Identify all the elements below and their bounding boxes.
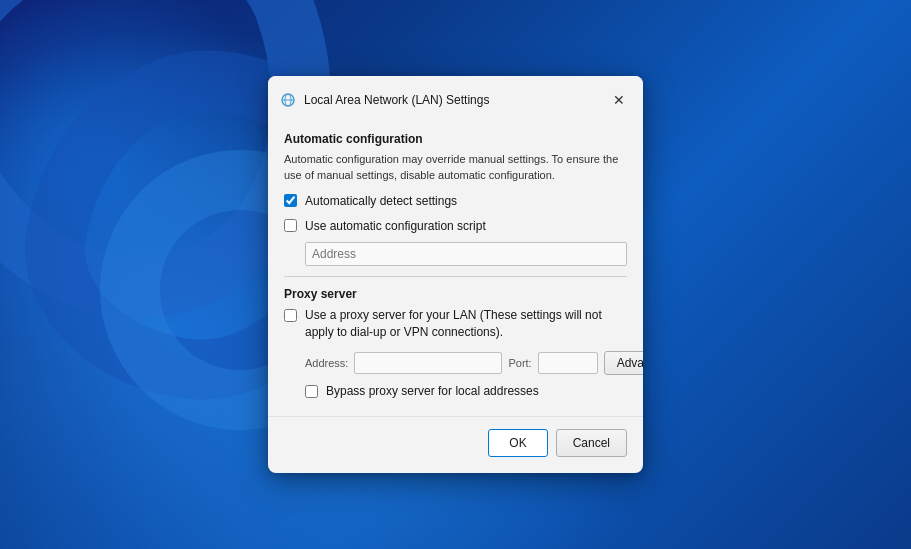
dialog-titlebar: Local Area Network (LAN) Settings ✕ bbox=[268, 76, 643, 120]
auto-config-description: Automatic configuration may override man… bbox=[284, 152, 627, 183]
auto-config-title: Automatic configuration bbox=[284, 132, 627, 146]
section-divider bbox=[284, 276, 627, 277]
bypass-row: Bypass proxy server for local addresses bbox=[305, 383, 627, 400]
lan-settings-dialog: Local Area Network (LAN) Settings ✕ Auto… bbox=[268, 76, 643, 473]
proxy-server-section: Proxy server Use a proxy server for your… bbox=[284, 287, 627, 399]
bypass-label[interactable]: Bypass proxy server for local addresses bbox=[326, 383, 539, 400]
advanced-button[interactable]: Advanced bbox=[604, 351, 643, 375]
proxy-server-title: Proxy server bbox=[284, 287, 627, 301]
address-field-label: Address: bbox=[305, 357, 348, 369]
close-button[interactable]: ✕ bbox=[607, 88, 631, 112]
proxy-port-input[interactable] bbox=[538, 352, 598, 374]
use-proxy-label[interactable]: Use a proxy server for your LAN (These s… bbox=[305, 307, 627, 341]
auto-detect-row: Automatically detect settings bbox=[284, 193, 627, 210]
port-field-label: Port: bbox=[508, 357, 531, 369]
use-proxy-checkbox[interactable] bbox=[284, 309, 297, 322]
dialog-overlay: Local Area Network (LAN) Settings ✕ Auto… bbox=[0, 0, 911, 549]
use-script-row: Use automatic configuration script bbox=[284, 218, 627, 235]
proxy-address-input[interactable] bbox=[354, 352, 502, 374]
bypass-checkbox[interactable] bbox=[305, 385, 318, 398]
script-address-input[interactable] bbox=[305, 242, 627, 266]
button-row: OK Cancel bbox=[268, 416, 643, 473]
automatic-config-section: Automatic configuration Automatic config… bbox=[284, 132, 627, 266]
dialog-title: Local Area Network (LAN) Settings bbox=[304, 93, 599, 107]
address-port-row: Address: Port: Advanced bbox=[305, 351, 627, 375]
use-proxy-row: Use a proxy server for your LAN (These s… bbox=[284, 307, 627, 341]
use-script-checkbox[interactable] bbox=[284, 219, 297, 232]
network-icon bbox=[280, 92, 296, 108]
ok-button[interactable]: OK bbox=[488, 429, 547, 457]
auto-detect-checkbox[interactable] bbox=[284, 194, 297, 207]
use-script-label[interactable]: Use automatic configuration script bbox=[305, 218, 486, 235]
cancel-button[interactable]: Cancel bbox=[556, 429, 627, 457]
auto-detect-label[interactable]: Automatically detect settings bbox=[305, 193, 457, 210]
dialog-content: Automatic configuration Automatic config… bbox=[268, 120, 643, 416]
